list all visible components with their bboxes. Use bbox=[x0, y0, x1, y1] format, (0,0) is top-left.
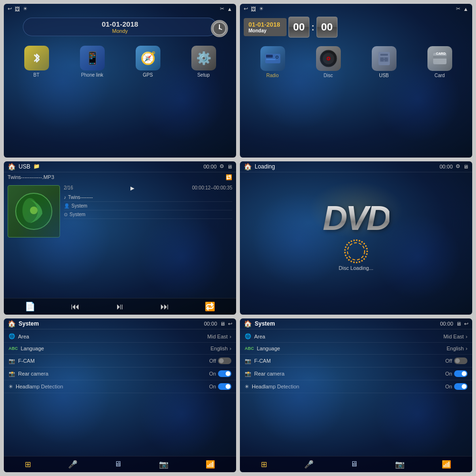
dvd-top-bar: 🏠 Loading 00:00 ⚙ 🖥 bbox=[240, 161, 472, 172]
lang-label2: Language bbox=[257, 346, 280, 351]
rear-toggle2[interactable] bbox=[454, 370, 467, 377]
home2-minute: 00 bbox=[317, 17, 337, 38]
app-gps[interactable]: 🧭 GPS bbox=[136, 46, 160, 78]
system2-bottom-nav: ⊞ 🎤 🖥 📷 📶 bbox=[240, 456, 472, 472]
home-icon-usb[interactable]: 🏠 bbox=[8, 163, 16, 170]
play-pause-btn[interactable]: ⏯ bbox=[116, 302, 124, 312]
system2-settings: 🌐 Area Mid East › ABC Language English › bbox=[240, 329, 472, 456]
brightness-icon2[interactable]: ☀ bbox=[259, 6, 264, 12]
rear-toggle[interactable] bbox=[218, 370, 231, 377]
person-icon: 👤 bbox=[64, 203, 69, 208]
gallery-icon2[interactable]: 🖼 bbox=[251, 6, 256, 12]
nav-cam-sys1[interactable]: 📷 bbox=[155, 459, 172, 470]
app-bt[interactable]: BT bbox=[24, 46, 49, 78]
play-icon[interactable]: ▶ bbox=[130, 185, 134, 191]
svg-point-4 bbox=[219, 28, 220, 30]
playlist-item[interactable]: ♪ Twins-------- bbox=[64, 193, 232, 202]
rear-icon: 📸 bbox=[9, 371, 15, 377]
nav-signal-sys2[interactable]: 📶 bbox=[438, 459, 455, 470]
usb-screen-icon[interactable]: 🖥 bbox=[227, 164, 232, 169]
home-icon-sys1[interactable]: 🏠 bbox=[8, 320, 16, 327]
nav-home-sys1[interactable]: ⊞ bbox=[21, 459, 35, 470]
nav-mic-sys1[interactable]: 🎤 bbox=[64, 459, 81, 470]
headlamp-icon2: ✳ bbox=[245, 384, 249, 390]
folder-icon[interactable]: 📁 bbox=[33, 163, 40, 169]
headlamp-toggle2[interactable] bbox=[454, 383, 467, 390]
home2-icons: Radio Disc bbox=[240, 42, 472, 82]
dvd-tools-icon[interactable]: ⚙ bbox=[456, 163, 460, 169]
next-btn[interactable]: ⏭ bbox=[160, 302, 169, 312]
prev-btn[interactable]: ⏮ bbox=[71, 302, 79, 312]
setting-fcam[interactable]: 📷 F-CAM Off bbox=[4, 355, 236, 367]
sys2-back-icon[interactable]: ↩ bbox=[464, 321, 468, 327]
setting-headlamp[interactable]: ✳ Headlamp Detection On bbox=[4, 380, 236, 393]
playlist-item[interactable]: 👤 System bbox=[64, 202, 232, 210]
card-label: Card bbox=[435, 73, 445, 78]
usb-header-label: USB bbox=[19, 163, 30, 170]
app-usb[interactable]: USB bbox=[372, 46, 397, 78]
setting-rear2[interactable]: 📸 Rear camera On bbox=[240, 367, 472, 380]
up-icon2[interactable]: ▲ bbox=[463, 6, 468, 12]
sys2-screen-icon[interactable]: 🖥 bbox=[456, 321, 461, 327]
setting-area2[interactable]: 🌐 Area Mid East › bbox=[240, 330, 472, 343]
nav-cam-sys2[interactable]: 📷 bbox=[391, 459, 408, 470]
phone-icon: 📱 bbox=[80, 46, 105, 70]
tools-icon[interactable]: ✂ bbox=[220, 6, 224, 12]
headlamp-toggle[interactable] bbox=[218, 383, 231, 390]
playlist-track2: System bbox=[71, 203, 87, 208]
usb-label: USB bbox=[379, 73, 389, 78]
setting-area[interactable]: 🌐 Area Mid East › bbox=[4, 330, 236, 343]
fcam-toggle[interactable] bbox=[218, 357, 231, 364]
track-num: 2/16 bbox=[64, 185, 73, 191]
setting-language[interactable]: ABC Language English › bbox=[4, 343, 236, 355]
app-setup[interactable]: ⚙️ Setup bbox=[191, 46, 216, 78]
home-icon-dvd[interactable]: 🏠 bbox=[244, 163, 252, 170]
dvd-header-label: Loading bbox=[255, 163, 275, 170]
fcam-value: Off bbox=[209, 358, 216, 364]
dvd-screen-icon[interactable]: 🖥 bbox=[463, 164, 468, 169]
home-icon-sys2[interactable]: 🏠 bbox=[244, 320, 252, 327]
nav-screen-sys1[interactable]: 🖥 bbox=[110, 459, 126, 469]
settings-icon[interactable]: ☀ bbox=[23, 6, 28, 12]
music-note-icon: ♪ bbox=[64, 195, 66, 200]
app-radio[interactable]: Radio bbox=[260, 46, 285, 78]
up-icon[interactable]: ▲ bbox=[227, 6, 232, 12]
nav-signal-sys1[interactable]: 📶 bbox=[202, 459, 219, 470]
back-icon2[interactable]: ↩ bbox=[244, 6, 248, 12]
panel-dvd: 🏠 Loading 00:00 ⚙ 🖥 DVD Disc Loading... bbox=[240, 161, 472, 315]
setting-headlamp2[interactable]: ✳ Headlamp Detection On bbox=[240, 380, 472, 393]
home-top-bar: ↩ 🖼 ☀ ✂ ▲ bbox=[4, 4, 236, 14]
gallery-icon[interactable]: 🖼 bbox=[15, 6, 20, 12]
usb-tools-icon[interactable]: ⚙ bbox=[219, 163, 224, 169]
setting-fcam2[interactable]: 📷 F-CAM Off bbox=[240, 355, 472, 367]
area-icon2: 🌐 bbox=[245, 333, 251, 339]
sys1-back-icon[interactable]: ↩ bbox=[228, 321, 232, 327]
playlist-track3: System bbox=[69, 212, 85, 217]
rear-label2: Rear camera bbox=[254, 371, 285, 377]
app-disc[interactable]: Disc bbox=[316, 46, 341, 78]
setting-language2[interactable]: ABC Language English › bbox=[240, 343, 472, 355]
app-card[interactable]: CARD Card bbox=[427, 46, 452, 78]
home2-date: 01-01-2018 bbox=[248, 21, 282, 28]
disc-icon bbox=[316, 46, 341, 71]
dvd-loading-ring bbox=[344, 239, 368, 263]
app-phone[interactable]: 📱 Phone link bbox=[80, 46, 105, 78]
fcam-toggle2[interactable] bbox=[454, 357, 467, 364]
back-icon[interactable]: ↩ bbox=[8, 6, 12, 12]
nav-home-sys2[interactable]: ⊞ bbox=[257, 459, 271, 470]
lang-icon2: ABC bbox=[245, 346, 254, 351]
playlist-btn[interactable]: 📄 bbox=[25, 301, 35, 312]
setting-rear[interactable]: 📸 Rear camera On bbox=[4, 367, 236, 380]
playlist-item[interactable]: ⊙ System bbox=[64, 210, 232, 219]
sys1-screen-icon[interactable]: 🖥 bbox=[220, 321, 225, 327]
repeat-btn[interactable]: 🔁 bbox=[205, 301, 215, 312]
home-day: Mondy bbox=[112, 28, 128, 34]
nav-screen-sys2[interactable]: 🖥 bbox=[347, 459, 362, 469]
nav-mic-sys2[interactable]: 🎤 bbox=[300, 459, 317, 470]
svg-point-17 bbox=[384, 58, 388, 61]
fcam-value2: Off bbox=[446, 358, 452, 364]
home2-date-block: 01-01-2018 Monday bbox=[244, 18, 287, 36]
tools-icon2[interactable]: ✂ bbox=[456, 6, 460, 12]
usb-repeat-icon[interactable]: 🔁 bbox=[226, 174, 232, 180]
gps-icon: 🧭 bbox=[136, 46, 160, 70]
